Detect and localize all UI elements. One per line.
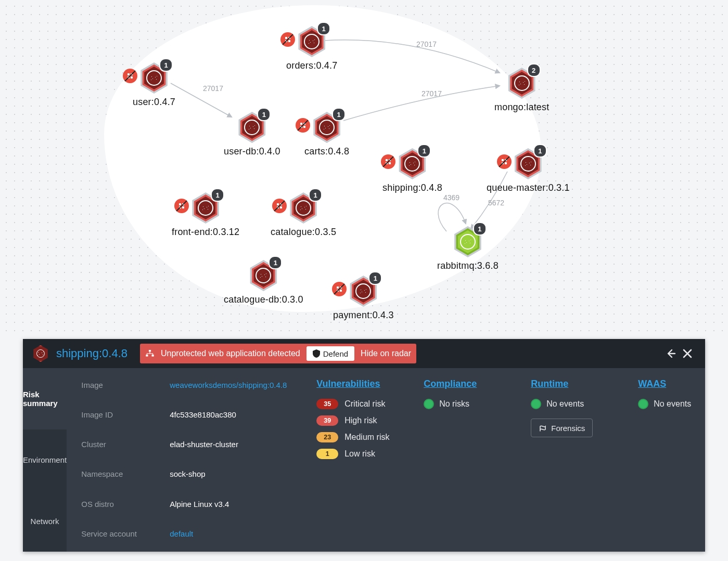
node-hex: 1 bbox=[248, 260, 279, 291]
node-label: user:0.4.7 bbox=[133, 97, 175, 108]
k8s-icon bbox=[146, 70, 162, 86]
node-user[interactable]: 1user:0.4.7 bbox=[133, 62, 175, 108]
node-shipping[interactable]: 1shipping:0.4.8 bbox=[382, 148, 442, 193]
meta-value-image[interactable]: weaveworksdemos/shipping:0.4.8 bbox=[170, 381, 289, 403]
details-panel: shipping:0.4.8 Unprotected web applicati… bbox=[23, 339, 705, 552]
status-dot-green-icon bbox=[638, 399, 648, 409]
node-label: carts:0.4.8 bbox=[304, 146, 349, 157]
node-queuemaster[interactable]: 1queue-master:0.3.1 bbox=[487, 148, 570, 193]
node-hex: 2 bbox=[506, 68, 538, 99]
meta-value-service-account[interactable]: default bbox=[170, 529, 289, 552]
sev-label: Low risk bbox=[344, 449, 375, 459]
k8s-icon bbox=[304, 34, 320, 49]
unprotected-icon bbox=[332, 282, 347, 296]
node-hex: 1 bbox=[397, 148, 428, 179]
node-hex: 1 bbox=[138, 62, 170, 94]
node-mongo[interactable]: 2mongo:latest bbox=[494, 68, 549, 113]
node-payment[interactable]: 1payment:0.4.3 bbox=[333, 276, 394, 321]
close-icon bbox=[683, 349, 692, 358]
node-label: shipping:0.4.8 bbox=[382, 182, 442, 193]
forensics-label: Forensics bbox=[551, 424, 585, 433]
k8s-icon bbox=[355, 283, 371, 299]
status-text: No risks bbox=[439, 399, 469, 409]
sev-badge: 35 bbox=[316, 399, 338, 409]
k8s-icon bbox=[256, 268, 271, 283]
alert-bar: Unprotected web application detected Def… bbox=[140, 344, 416, 363]
node-hex: 1 bbox=[311, 112, 342, 143]
k8s-icon bbox=[460, 234, 476, 250]
unprotected-icon bbox=[381, 154, 395, 169]
meta-value: sock-shop bbox=[170, 469, 289, 492]
svg-rect-2 bbox=[152, 355, 154, 357]
node-hex: 1 bbox=[288, 192, 319, 224]
waas-status: No events bbox=[638, 399, 716, 409]
node-hex: 1 bbox=[236, 112, 267, 143]
k8s-icon bbox=[296, 200, 311, 216]
close-button[interactable] bbox=[679, 345, 696, 362]
node-cataloguedb[interactable]: 1catalogue-db:0.3.0 bbox=[224, 260, 303, 305]
defend-button[interactable]: Defend bbox=[306, 346, 354, 361]
node-orders[interactable]: 1orders:0.4.7 bbox=[286, 26, 337, 71]
node-carts[interactable]: 1carts:0.4.8 bbox=[304, 112, 349, 157]
node-hex: 1 bbox=[452, 226, 483, 257]
node-badge: 1 bbox=[332, 108, 346, 121]
waas-column: WAAS No events bbox=[638, 379, 716, 552]
status-text: No events bbox=[654, 399, 691, 409]
node-badge: 1 bbox=[159, 58, 173, 72]
node-badge: 1 bbox=[257, 108, 271, 121]
status-text: No events bbox=[546, 399, 584, 409]
meta-table: Image weaveworksdemos/shipping:0.4.8 Ima… bbox=[67, 368, 296, 552]
sev-label: High risk bbox=[344, 416, 377, 425]
sitemap-icon bbox=[145, 350, 155, 357]
topology-canvas[interactable]: 27017270172701756724369 1orders:0.4.71us… bbox=[0, 0, 728, 333]
summary-sections: Vulnerabilities 35Critical risk39High ri… bbox=[296, 368, 728, 552]
panel-rail: Risk summary Environment Network bbox=[23, 368, 67, 552]
node-label: rabbitmq:3.6.8 bbox=[437, 260, 499, 271]
meta-value: elad-shuster-cluster bbox=[170, 440, 289, 462]
forensics-button[interactable]: Forensics bbox=[531, 419, 593, 437]
compliance-column: Compliance No risks bbox=[424, 379, 502, 552]
shield-icon bbox=[313, 349, 320, 358]
meta-key: OS distro bbox=[81, 500, 164, 522]
node-badge: 1 bbox=[473, 222, 487, 236]
node-hex: 1 bbox=[513, 148, 544, 179]
vuln-row-high: 39High risk bbox=[316, 415, 394, 426]
unprotected-icon bbox=[123, 69, 137, 83]
vulnerabilities-link[interactable]: Vulnerabilities bbox=[316, 379, 394, 389]
node-badge: 1 bbox=[533, 144, 547, 158]
unprotected-icon bbox=[174, 199, 189, 213]
node-label: payment:0.4.3 bbox=[333, 310, 394, 321]
node-hex: 1 bbox=[348, 276, 379, 307]
meta-key: Cluster bbox=[81, 440, 164, 462]
k8s-icon bbox=[198, 200, 213, 216]
compliance-link[interactable]: Compliance bbox=[424, 379, 502, 389]
node-catalogue[interactable]: 1catalogue:0.3.5 bbox=[271, 192, 336, 238]
sev-label: Medium risk bbox=[344, 433, 389, 442]
hide-on-radar-link[interactable]: Hide on radar bbox=[361, 349, 411, 358]
node-frontend[interactable]: 1front-end:0.3.12 bbox=[172, 192, 239, 238]
node-badge: 2 bbox=[527, 63, 541, 77]
rail-risk-summary[interactable]: Risk summary bbox=[23, 368, 67, 429]
node-label: catalogue-db:0.3.0 bbox=[224, 294, 303, 305]
rail-network[interactable]: Network bbox=[23, 490, 67, 552]
back-button[interactable] bbox=[662, 345, 679, 362]
node-userdb[interactable]: 1user-db:0.4.0 bbox=[224, 112, 280, 157]
panel-title: shipping:0.4.8 bbox=[56, 347, 127, 360]
runtime-link[interactable]: Runtime bbox=[531, 379, 609, 389]
alert-text: Unprotected web application detected bbox=[161, 349, 300, 358]
rail-environment[interactable]: Environment bbox=[23, 429, 67, 491]
sev-badge: 23 bbox=[316, 432, 338, 442]
unprotected-icon bbox=[296, 118, 310, 133]
unprotected-icon bbox=[272, 199, 287, 213]
waas-link[interactable]: WAAS bbox=[638, 379, 716, 389]
node-badge: 1 bbox=[417, 144, 431, 158]
node-label: user-db:0.4.0 bbox=[224, 146, 280, 157]
node-badge: 1 bbox=[211, 188, 224, 202]
status-dot-green-icon bbox=[531, 399, 541, 409]
node-label: queue-master:0.3.1 bbox=[487, 182, 570, 193]
k8s-icon bbox=[319, 120, 335, 135]
meta-value: Alpine Linux v3.4 bbox=[170, 500, 289, 522]
node-rabbitmq[interactable]: 1rabbitmq:3.6.8 bbox=[437, 226, 499, 271]
forensics-icon bbox=[539, 424, 547, 432]
node-label: mongo:latest bbox=[494, 102, 549, 113]
